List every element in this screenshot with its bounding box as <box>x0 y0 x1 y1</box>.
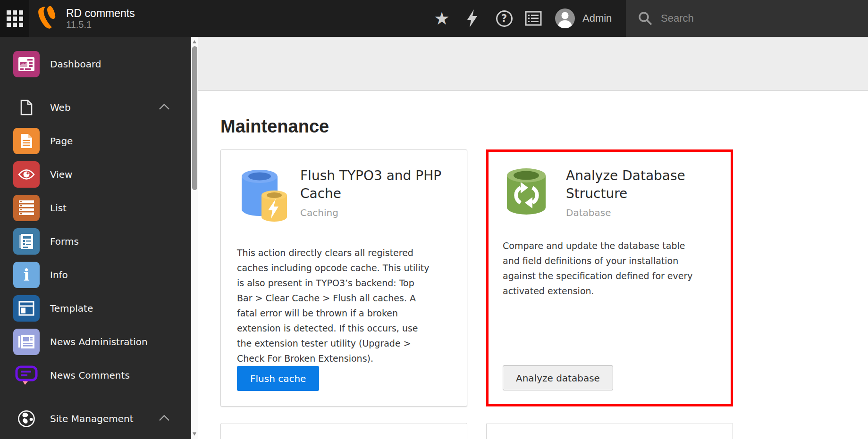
info-icon: i <box>13 262 40 288</box>
scrollbar-thumb[interactable] <box>192 46 197 190</box>
help-button[interactable]: ? <box>494 0 514 37</box>
system-information-icon <box>525 11 542 26</box>
card-analyze-database: Analyze Database Structure Database Comp… <box>486 149 733 406</box>
main-content: Maintenance <box>198 37 868 439</box>
scroll-down-arrow-icon[interactable] <box>193 432 196 436</box>
user-name: Admin <box>582 12 612 25</box>
forms-icon <box>13 228 40 255</box>
sidebar-item-forms[interactable]: Forms <box>0 224 191 258</box>
flush-cache-button[interactable]: Flush cache <box>237 366 319 391</box>
typo3-logo <box>38 6 57 31</box>
card-subtitle: Database <box>566 207 685 218</box>
sidebar-item-page[interactable]: Page <box>0 124 191 157</box>
sidebar-item-label: List <box>50 202 67 214</box>
search-icon <box>638 11 652 25</box>
sidebar-item-label: Info <box>50 269 68 281</box>
app-title: RD comments <box>66 7 135 19</box>
bookmarks-button[interactable]: ★ <box>429 0 455 37</box>
sidebar-item-dashboard[interactable]: Dashboard <box>0 47 191 81</box>
bolt-icon <box>467 9 478 27</box>
sidebar-item-template[interactable]: Template <box>0 291 191 325</box>
globe-icon <box>13 406 40 432</box>
scroll-up-arrow-icon[interactable] <box>193 40 196 43</box>
card-title: Flush TYPO3 and PHP Cache <box>300 167 441 203</box>
page-title: Maintenance <box>220 116 868 137</box>
card-description: This action directly clears all register… <box>237 245 451 366</box>
brand[interactable]: RD comments 11.5.1 <box>38 0 135 37</box>
sidebar-item-view[interactable]: View <box>0 157 191 191</box>
card-partial-right <box>486 423 733 439</box>
card-partial-left <box>220 423 467 439</box>
sidebar-item-label: Page <box>50 135 73 147</box>
module-menu-toggle-button[interactable] <box>0 0 29 37</box>
maintenance-cards: Flush TYPO3 and PHP Cache Caching This a… <box>220 149 868 439</box>
database-sync-icon <box>503 167 553 218</box>
view-eye-icon <box>13 161 40 188</box>
module-menu: Dashboard Web <box>0 37 191 439</box>
sidebar-item-label: Site Management <box>50 413 134 424</box>
user-menu-button[interactable]: Admin <box>555 0 621 37</box>
card-title: Analyze Database Structure <box>566 167 685 203</box>
sidebar-item-label: Forms <box>50 236 79 247</box>
news-comments-icon <box>13 362 40 389</box>
news-administration-icon <box>13 329 40 355</box>
sidebar-item-label: Web <box>50 102 71 113</box>
sidebar-item-info[interactable]: i Info <box>0 258 191 291</box>
doc-header <box>198 37 868 91</box>
sidebar-item-site-management[interactable]: Site Management <box>0 402 191 435</box>
sidebar-item-label: News Administration <box>50 336 148 348</box>
help-icon: ? <box>496 10 513 27</box>
sidebar-item-news-comments[interactable]: News Comments <box>0 358 191 392</box>
search-input[interactable] <box>661 12 840 25</box>
sidebar-item-label: Dashboard <box>50 58 101 70</box>
app-grid-icon <box>7 10 23 27</box>
avatar <box>555 8 575 28</box>
app-version: 11.5.1 <box>66 19 135 30</box>
card-flush-cache: Flush TYPO3 and PHP Cache Caching This a… <box>220 149 467 406</box>
sidebar-item-list[interactable]: List <box>0 191 191 224</box>
sidebar-item-web[interactable]: Web <box>0 91 191 124</box>
card-subtitle: Caching <box>300 207 441 218</box>
analyze-database-button[interactable]: Analyze database <box>503 365 613 390</box>
dashboard-icon <box>13 51 40 77</box>
cache-cylinders-icon <box>237 167 287 225</box>
chevron-up-icon[interactable] <box>159 414 170 423</box>
sidebar-item-label: News Comments <box>50 370 130 381</box>
system-information-button[interactable] <box>523 0 544 37</box>
card-description: Compare and update the database table an… <box>503 238 716 298</box>
web-document-icon <box>13 94 40 121</box>
sidebar-item-news-administration[interactable]: News Administration <box>0 325 191 358</box>
sidebar-scrollbar[interactable] <box>191 37 198 439</box>
search-bar <box>626 0 868 37</box>
top-bar: RD comments 11.5.1 ★ ? <box>0 0 868 37</box>
template-icon <box>13 295 40 322</box>
sidebar-item-label: View <box>50 169 72 180</box>
typo3-backend: RD comments 11.5.1 ★ ? <box>0 0 868 439</box>
page-icon <box>13 128 40 154</box>
clear-cache-button[interactable] <box>462 0 483 37</box>
star-icon: ★ <box>434 8 449 29</box>
list-icon <box>13 195 40 221</box>
chevron-up-icon[interactable] <box>159 103 170 112</box>
sidebar-item-label: Template <box>50 303 93 314</box>
